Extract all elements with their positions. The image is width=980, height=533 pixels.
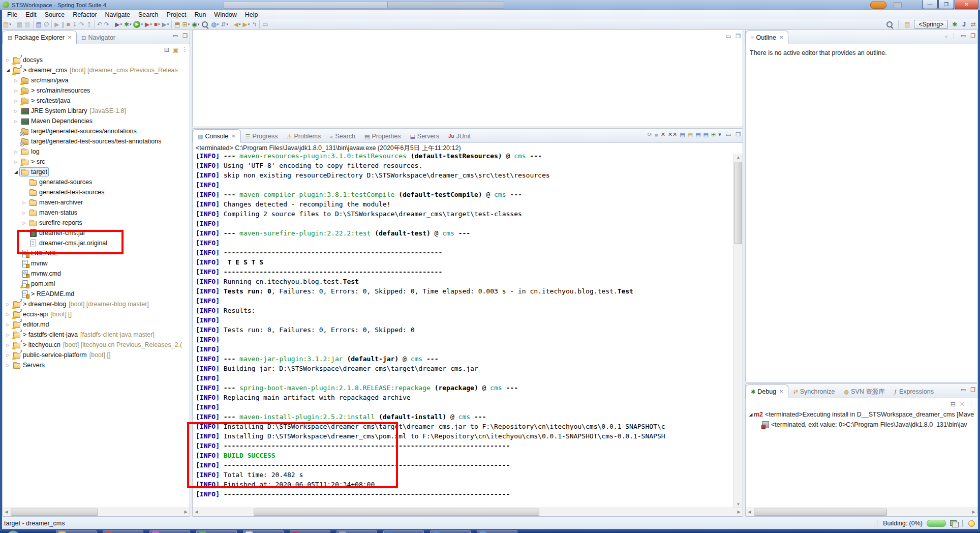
tab-properties[interactable]: ▤Properties bbox=[360, 130, 405, 142]
expand-arrow-icon[interactable]: ▷ bbox=[5, 353, 11, 358]
tree-item-surefire-reports[interactable]: ▷surefire-reports bbox=[3, 218, 190, 228]
tree-item-box[interactable]: > src/main/resources bbox=[19, 86, 91, 95]
tree-item-target-generated-sources-annotations[interactable]: target/generated-sources/annotations bbox=[3, 126, 190, 136]
tree-item-box[interactable]: surefire-reports bbox=[27, 218, 84, 227]
taskbar-button[interactable] bbox=[149, 530, 190, 533]
close-button[interactable]: ✕ bbox=[955, 0, 978, 9]
debug-hscrollbar[interactable]: ◀ ▶ bbox=[746, 508, 977, 516]
expand-arrow-icon[interactable]: ▷ bbox=[13, 88, 19, 93]
form-editor-icon[interactable]: ▤ bbox=[35, 20, 43, 29]
tab-problems[interactable]: ⚠Problems bbox=[283, 130, 326, 142]
minimize-view-icon[interactable]: ▭ bbox=[961, 33, 966, 39]
minimize-button[interactable]: — bbox=[922, 0, 938, 9]
dropdown-arrow-icon[interactable]: ▾ bbox=[239, 22, 241, 26]
dropdown-arrow-icon[interactable]: ▾ bbox=[9, 22, 11, 26]
tree-item-box[interactable]: src/main/java bbox=[19, 76, 70, 85]
taskbar-button[interactable] bbox=[430, 530, 471, 533]
search-icon[interactable] bbox=[886, 21, 894, 28]
tree-item-box[interactable]: Jeccis-api[boot] [] bbox=[11, 310, 73, 319]
tree-item-src-main-java[interactable]: ▷src/main/java bbox=[3, 75, 190, 85]
package-explorer-hscrollbar[interactable]: ◀ ▶ bbox=[3, 508, 190, 516]
stop-icon[interactable]: ■▾ bbox=[153, 20, 161, 29]
tree-item-box[interactable]: dreamer-cms.jar.original bbox=[27, 239, 109, 248]
tree-item-box[interactable]: J> itechyou.cn[boot] [itechyou.cn Previo… bbox=[11, 340, 183, 349]
dropdown-arrow-icon[interactable]: ▾ bbox=[188, 22, 190, 26]
expand-arrow-icon[interactable]: ▷ bbox=[5, 312, 11, 317]
skip-breakpoints-icon[interactable]: ∅ bbox=[43, 20, 50, 29]
tree-item-readme-md[interactable]: > README.md bbox=[3, 289, 190, 299]
link-with-editor-icon[interactable]: ▣ bbox=[172, 46, 178, 53]
maximize-view-icon[interactable]: ❐ bbox=[182, 33, 188, 39]
step-return-icon[interactable]: ↥ bbox=[85, 20, 93, 29]
tree-item-pom-xml[interactable]: pom.xml bbox=[3, 279, 190, 289]
tree-item-box[interactable]: LICENSE bbox=[19, 249, 60, 258]
terminate-icon[interactable]: ■ bbox=[66, 20, 71, 29]
maximize-view-icon[interactable]: ❐ bbox=[970, 33, 975, 39]
tree-item-dreamer-blog[interactable]: ▷J> dreamer-blog[boot] [dreamer-blog mas… bbox=[3, 299, 190, 309]
undo-icon[interactable]: ↶ bbox=[96, 20, 103, 29]
dropdown-arrow-icon[interactable]: ▾ bbox=[226, 22, 228, 26]
new-class-icon[interactable]: ◉▾ bbox=[191, 20, 200, 29]
dropdown-arrow-icon[interactable]: ▾ bbox=[141, 22, 143, 26]
notification-bulb-icon[interactable] bbox=[968, 520, 975, 527]
debug-perspective-icon[interactable]: ✱ bbox=[951, 20, 958, 29]
tree-item-box[interactable]: generated-sources bbox=[27, 177, 94, 187]
expand-arrow-icon[interactable]: ▷ bbox=[21, 221, 27, 225]
menu-file[interactable]: File bbox=[3, 11, 21, 19]
tab-junit[interactable]: JuJUnit bbox=[444, 130, 475, 142]
tree-item-dreamer-cms-jar-original[interactable]: dreamer-cms.jar.original bbox=[3, 238, 190, 248]
tree-item-target[interactable]: ◢target bbox=[3, 167, 190, 177]
open-console-icon[interactable]: ⊞ bbox=[711, 131, 716, 138]
dropdown-arrow-icon[interactable]: ▾ bbox=[120, 22, 122, 26]
tab-outline[interactable]: ≡ Outline ✕ bbox=[746, 31, 788, 44]
tree-item-box[interactable]: JRE System Library[JavaSE-1.8] bbox=[19, 106, 128, 115]
tree-item-generated-sources[interactable]: generated-sources bbox=[3, 177, 190, 187]
collapse-arrow-icon[interactable]: ◢ bbox=[13, 169, 19, 174]
tree-item-log[interactable]: ▷log bbox=[3, 146, 190, 157]
expand-arrow-icon[interactable]: ▷ bbox=[21, 200, 27, 205]
tree-item-box[interactable]: maven-archiver bbox=[27, 198, 84, 207]
tree-item-servers[interactable]: ▷Servers bbox=[3, 360, 190, 370]
tree-item-target-generated-test-sources-test-annotations[interactable]: target/generated-test-sources/test-annot… bbox=[3, 136, 190, 146]
editor-area[interactable]: ▭ ❐ bbox=[192, 29, 743, 127]
tree-item-box[interactable]: J> fastdfs-client-java[fastdfs-client-ja… bbox=[11, 330, 156, 339]
expand-arrow-icon[interactable]: ▷ bbox=[5, 302, 11, 307]
menu-window[interactable]: Window bbox=[210, 11, 240, 19]
view-menu-icon[interactable]: ⋮ bbox=[968, 401, 973, 407]
taskbar-button[interactable] bbox=[290, 530, 330, 533]
tree-item-box[interactable]: J> dreamer-blog[boot] [dreamer-blog mast… bbox=[11, 300, 150, 309]
save-all-icon[interactable]: ▦ bbox=[23, 20, 31, 29]
debug-item[interactable]: <terminated, exit value: 0>C:\Program Fi… bbox=[746, 420, 977, 430]
tree-item-box[interactable]: Maven Dependencies bbox=[19, 116, 94, 126]
maximize-view-icon[interactable]: ❐ bbox=[736, 33, 741, 40]
tab-navigator[interactable]: ⊡ Navigator bbox=[77, 32, 120, 44]
maximize-view-icon[interactable]: ❐ bbox=[970, 387, 975, 393]
terminate-icon[interactable]: ■ bbox=[655, 132, 658, 138]
expand-arrow-icon[interactable]: ▷ bbox=[13, 109, 19, 113]
tree-item-box[interactable]: > src/test/java bbox=[19, 96, 72, 105]
tree-item-box[interactable]: mvnw.cmd bbox=[19, 269, 63, 278]
minimize-view-icon[interactable]: ▭ bbox=[726, 33, 731, 40]
tree-item-box[interactable]: dreamer-cms.jar bbox=[27, 228, 87, 238]
taskbar-button[interactable] bbox=[243, 530, 284, 533]
debug-item[interactable]: ◢m2<terminated>Executing install in D__S… bbox=[746, 409, 977, 420]
tab-expressions[interactable]: ƒExpressions bbox=[890, 386, 938, 398]
expand-arrow-icon[interactable]: ▷ bbox=[13, 150, 19, 154]
tree-item-dreamer-cms[interactable]: ◢J> dreamer_cms[boot] [dreamer_cms Previ… bbox=[3, 65, 190, 75]
tab-synchronize[interactable]: ⇄Synchronize bbox=[788, 386, 839, 398]
tree-item-box[interactable]: J> dreamer_cms[boot] [dreamer_cms Previo… bbox=[11, 66, 179, 75]
coverage-icon[interactable]: ▶▾ bbox=[114, 20, 123, 29]
taskbar-button[interactable] bbox=[103, 530, 143, 533]
tree-item-box[interactable]: pom.xml bbox=[19, 279, 56, 288]
team-sync-perspective-icon[interactable]: ⇄ bbox=[970, 20, 977, 29]
word-wrap-icon[interactable]: ▤ bbox=[695, 131, 700, 138]
tree-item-src[interactable]: ▷> src bbox=[3, 157, 190, 167]
console-dropdown-icon[interactable]: ▾ bbox=[718, 131, 721, 138]
tree-item-box[interactable]: > src bbox=[19, 157, 46, 166]
new-wizard-icon[interactable]: ▤▾ bbox=[2, 20, 12, 29]
tree-item-box[interactable]: Jeditor.md bbox=[11, 320, 50, 329]
menu-search[interactable]: Search bbox=[134, 11, 163, 19]
dropdown-arrow-icon[interactable]: ▾ bbox=[217, 22, 219, 26]
new-package-icon[interactable]: ⊞▾ bbox=[181, 20, 191, 29]
expand-arrow-icon[interactable]: ▷ bbox=[5, 58, 11, 63]
